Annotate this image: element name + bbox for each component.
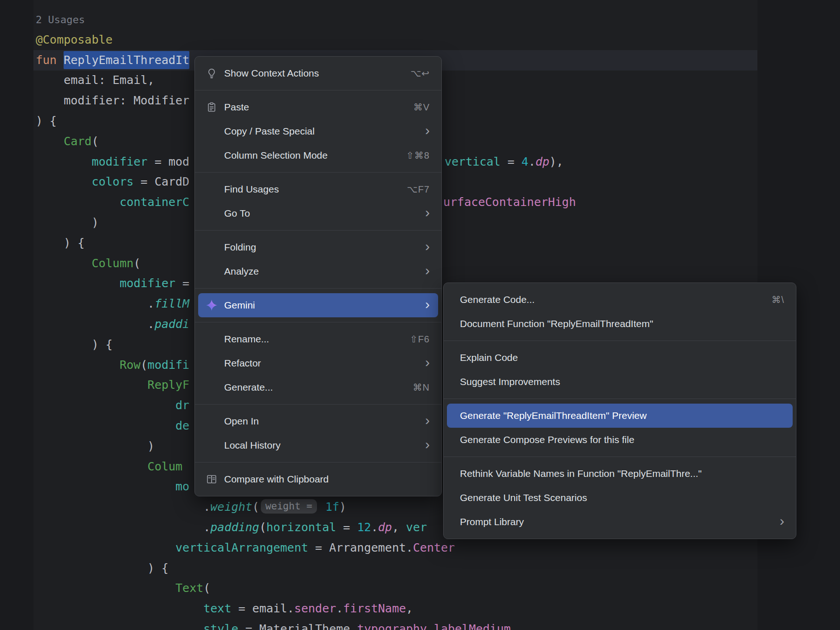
code-token: Text	[175, 581, 203, 595]
code-line: style = MaterialTheme.typography.labelMe…	[36, 619, 511, 630]
code-token: Card	[64, 135, 91, 148]
menu-item-open-in[interactable]: Open In›	[198, 409, 438, 433]
menu-item-generate-code[interactable]: Generate Code...⌘\	[447, 288, 793, 312]
shortcut-hint: ⌥↩	[410, 68, 430, 79]
menu-item-show-context-actions[interactable]: Show Context Actions⌥↩	[198, 61, 438, 85]
menu-item-generate-replyemailthreaditem-preview[interactable]: Generate "ReplyEmailThreadItem" Preview	[447, 404, 793, 428]
menu-separator	[195, 288, 441, 289]
code-line: modifier =	[36, 273, 189, 294]
menu-item-label: Open In	[224, 416, 259, 427]
code-token: modifier: Modifier	[36, 94, 189, 107]
chevron-right-icon: ›	[425, 123, 430, 137]
code-token: ),	[549, 155, 563, 168]
code-line: )	[36, 212, 98, 233]
code-token: style	[203, 622, 238, 630]
menu-item-copy-paste-special[interactable]: Copy / Paste Special›	[198, 119, 438, 143]
code-token: ,	[406, 602, 413, 615]
code-token: paddi	[155, 317, 189, 331]
menu-item-label: Generate Code...	[460, 294, 535, 305]
menu-item-find-usages[interactable]: Find Usages⌥F7	[198, 177, 438, 201]
code-token: Row	[120, 358, 141, 372]
code-token: 4	[522, 155, 529, 168]
code-token: )	[36, 216, 98, 229]
code-line: email: Email,	[36, 70, 155, 90]
chevron-right-icon: ›	[425, 297, 430, 311]
menu-item-label: Local History	[224, 440, 280, 451]
code-line: .padding(horizontal = 12.dp, ver	[36, 517, 427, 538]
menu-item-local-history[interactable]: Local History›	[198, 433, 438, 457]
menu-item-label: Folding	[224, 242, 256, 253]
code-token: )	[339, 500, 346, 514]
code-token: firstName	[343, 602, 406, 615]
code-token: dp	[378, 521, 392, 534]
menu-item-generate-unit-test-scenarios[interactable]: Generate Unit Test Scenarios	[447, 486, 793, 510]
menu-item-label: Suggest Improvements	[460, 376, 560, 387]
code-token	[36, 480, 175, 493]
menu-item-compare-with-clipboard[interactable]: Compare with Clipboard	[198, 467, 438, 491]
menu-item-document-function-replyemailthreaditem[interactable]: Document Function "ReplyEmailThreadItem"	[447, 312, 793, 336]
code-token: .	[36, 521, 210, 534]
code-token: .	[36, 297, 155, 310]
lightbulb-icon	[206, 67, 218, 79]
icon-placeholder	[206, 415, 218, 427]
menu-item-explain-code[interactable]: Explain Code	[447, 346, 793, 370]
code-token: verticalArrangement	[175, 541, 308, 554]
menu-item-generate[interactable]: Generate...⌘N	[198, 375, 438, 399]
code-line: ReplyF	[36, 375, 189, 395]
menu-item-go-to[interactable]: Go To›	[198, 201, 438, 225]
menu-item-refactor[interactable]: Refactor›	[198, 351, 438, 375]
code-line: .weight(weight = 1f)	[36, 497, 346, 517]
code-token: labelMedium	[434, 622, 511, 630]
menu-separator	[195, 462, 441, 463]
menu-item-prompt-library[interactable]: Prompt Library›	[447, 510, 793, 534]
code-line: ) {	[36, 111, 57, 131]
code-token: Column	[91, 257, 133, 270]
chevron-right-icon: ›	[425, 413, 430, 427]
ide-screenshot: { "colors": { "editor_bg": "#1e1f22", "m…	[0, 0, 840, 630]
code-token: .	[427, 622, 434, 630]
code-line: .fillM	[36, 294, 189, 314]
menu-item-suggest-improvements[interactable]: Suggest Improvements	[447, 370, 793, 394]
editor-context-menu: Show Context Actions⌥↩Paste⌘VCopy / Past…	[194, 56, 442, 496]
menu-item-paste[interactable]: Paste⌘V	[198, 95, 438, 119]
parameter-hint-chip[interactable]: weight =	[261, 499, 317, 514]
code-token: de	[175, 419, 189, 432]
code-token	[36, 602, 203, 615]
menu-item-rethink-variable-names-in-function-replyemailthre[interactable]: Rethink Variable Names in Function "Repl…	[447, 462, 793, 486]
code-token: .	[529, 155, 536, 168]
shortcut-hint: ⌘\	[771, 294, 784, 305]
menu-item-column-selection-mode[interactable]: Column Selection Mode⇧⌘8	[198, 143, 438, 167]
menu-item-folding[interactable]: Folding›	[198, 235, 438, 259]
menu-item-rename[interactable]: Rename...⇧F6	[198, 327, 438, 351]
shortcut-hint: ⌘V	[414, 102, 430, 113]
code-token	[36, 399, 175, 412]
compare-icon	[206, 473, 218, 485]
chevron-right-icon: ›	[425, 355, 430, 369]
menu-item-gemini[interactable]: Gemini›	[198, 293, 438, 317]
code-line: Row(modifi	[36, 355, 189, 375]
code-token: modifier	[91, 155, 147, 168]
chevron-right-icon: ›	[425, 264, 430, 277]
code-token: modifi	[148, 358, 189, 372]
icon-placeholder	[206, 333, 218, 345]
code-line: modifier: Modifier	[36, 90, 189, 111]
icon-placeholder	[206, 241, 218, 253]
code-token: text	[203, 602, 231, 615]
menu-separator	[195, 172, 441, 173]
code-token	[36, 541, 175, 554]
code-token: padding	[210, 521, 259, 534]
usages-inlay-hint[interactable]: 2 Usages	[36, 14, 85, 26]
code-token: .	[36, 317, 155, 331]
code-token	[36, 378, 148, 392]
code-token	[36, 622, 203, 630]
code-token: horizontal	[266, 521, 336, 534]
code-token: vertical	[445, 155, 500, 168]
menu-item-generate-compose-previews-for-this-file[interactable]: Generate Compose Previews for this file	[447, 428, 793, 452]
menu-item-label: Rename...	[224, 334, 269, 345]
menu-item-analyze[interactable]: Analyze›	[198, 259, 438, 283]
code-token: (	[134, 257, 141, 270]
shortcut-hint: ⇧F6	[410, 334, 430, 345]
code-line-right-segment: urfaceContainerHigh	[443, 192, 576, 212]
code-line: ) {	[36, 334, 113, 355]
code-token	[318, 500, 325, 514]
